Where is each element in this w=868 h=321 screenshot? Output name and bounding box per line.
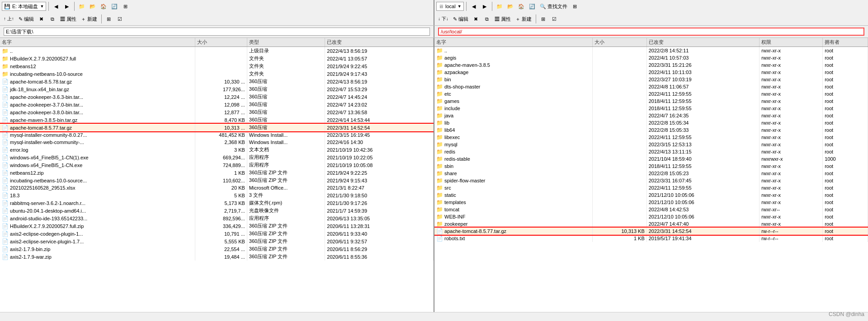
left-refresh-btn[interactable]: 🔄 — [109, 1, 119, 11]
left-table-row[interactable]: 📄 apache-tomcat-8.5.77.tar.gz 10,313 ...… — [0, 124, 434, 131]
right-props-btn[interactable]: ☰ 属性 — [493, 14, 513, 24]
right-drive-select[interactable]: 🖥 local ▼ — [436, 2, 464, 11]
right-table-row[interactable]: 📁 .. 2022/2/8 14:52:11 rwxr-xr-x root — [434, 47, 868, 55]
right-path-bar[interactable]: /usr/local/ — [438, 28, 864, 36]
right-file-list[interactable]: 名字 大小 已改变 权限 拥有者 📁 .. 2022/2/8 14:52:11 — [434, 38, 868, 312]
left-col-size[interactable]: 大小 — [195, 38, 247, 47]
left-table-row[interactable]: 📄 18.3 5 KB 3 文件 2021/1/30 9:18:50 — [0, 191, 434, 199]
left-table-row[interactable]: 📄 error.log 3 KB 文本文档 2021/10/19 10:42:3… — [0, 146, 434, 154]
right-table-row[interactable]: 📄 apache-tomcat-8.5.77.tar.gz 10,313 KB … — [434, 228, 868, 235]
left-props-btn[interactable]: ☰ 属性 — [58, 14, 78, 24]
right-refresh-btn[interactable]: 🔄 — [527, 1, 537, 11]
right-find-btn[interactable]: 🔍 查找文件 — [538, 1, 569, 11]
right-new-btn[interactable]: ＋ 新建 — [514, 14, 533, 24]
left-table-row[interactable]: 📁 netbeans12 文件夹 2021/9/24 9:22:45 — [0, 62, 434, 70]
left-table-row[interactable]: 📄 apache-tomcat-8.5.78.tar.gz 10,330 ...… — [0, 78, 434, 85]
right-download-btn[interactable]: ↓ 下↓ — [436, 14, 450, 24]
left-nav-forward-btn[interactable]: ▶ — [62, 1, 72, 11]
right-table-row[interactable]: 📁 games 2018/4/11 12:59:55 rwxr-xr-x roo… — [434, 98, 868, 105]
right-nav-back-btn[interactable]: ◀ — [469, 1, 479, 11]
left-table-row[interactable]: 📄 axis2-eclipse-service-plugin-1.7... 5,… — [0, 237, 434, 245]
right-table-row[interactable]: 📁 sbin 2018/4/11 12:59:55 rwxr-xr-x root — [434, 163, 868, 170]
right-table-row[interactable]: 📁 static 2021/12/10 10:05:06 rwxr-xr-x r… — [434, 191, 868, 199]
left-extra1-btn[interactable]: ⊞ — [104, 14, 114, 24]
left-edit-btn[interactable]: ✎ 编辑 — [17, 14, 36, 24]
left-file-list[interactable]: 名字 大小 类型 已改变 📁 .. 上级目录 2022/4/13 8:56:19 — [0, 38, 434, 312]
left-table-row[interactable]: 📄 20210225160528_29515.xlsx 20 KB Micros… — [0, 184, 434, 191]
right-col-name[interactable]: 名字 — [434, 38, 592, 47]
left-col-name[interactable]: 名字 — [0, 38, 195, 47]
right-table-row[interactable]: 📁 redis 2022/4/13 13:11:15 rwxr-xr-x roo… — [434, 148, 868, 155]
left-col-type[interactable]: 类型 — [247, 38, 325, 47]
left-nav-back-btn[interactable]: ◀ — [51, 1, 61, 11]
left-table-row[interactable]: 📄 windows-x64_FineBI5_1-CN.exe 724,889..… — [0, 161, 434, 169]
right-table-row[interactable]: 📄 robots.txt 1 KB 2019/5/17 19:41:34 rw-… — [434, 235, 868, 242]
right-table-row[interactable]: 📁 java 2022/4/7 16:24:35 rwxr-xr-x root — [434, 112, 868, 119]
left-table-row[interactable]: 📄 android-studio-ide-193.65142233... 892… — [0, 214, 434, 222]
right-col-perm[interactable]: 权限 — [760, 38, 823, 47]
right-more-btn[interactable]: ⊞ — [570, 1, 580, 11]
left-table-row[interactable]: 📄 incubating-netbeans-10.0-source... 110… — [0, 177, 434, 184]
right-table-row[interactable]: 📁 lib 2022/2/8 15:05:34 rwxr-xr-x root — [434, 119, 868, 126]
right-col-date[interactable]: 已改变 — [646, 38, 760, 47]
left-table-row[interactable]: 📄 HBuilderX.2.7.9.20200527.full.zip 336,… — [0, 222, 434, 230]
right-table-row[interactable]: 📁 azpackage 2022/4/11 10:11:03 rwxr-xr-x… — [434, 69, 868, 76]
left-table-row[interactable]: 📄 jdk-18_linux-x64_bin.tar.gz 177,926...… — [0, 85, 434, 93]
right-table-row[interactable]: 📁 zookeeper 2022/4/7 14:47:40 rwxr-xr-x … — [434, 220, 868, 228]
left-table-row[interactable]: 📁 .. 上级目录 2022/4/13 8:56:19 — [0, 47, 434, 55]
right-table-row[interactable]: 📁 libexec 2022/4/11 12:59:55 rwxr-xr-x r… — [434, 134, 868, 141]
right-table-row[interactable]: 📁 include 2018/4/11 12:59:55 rwxr-xr-x r… — [434, 105, 868, 112]
left-table-row[interactable]: 📁 HBuilderX.2.7.9.20200527.full 文件夹 2022… — [0, 55, 434, 62]
right-col-owner[interactable]: 拥有者 — [823, 38, 868, 47]
left-table-row[interactable]: 📄 axis2-eclipse-codegen-plugin-1... 10,7… — [0, 230, 434, 237]
right-extra2-btn[interactable]: ☑ — [549, 14, 559, 24]
left-table-row[interactable]: 📄 axis2-1.7.9-war.zip 19,484 ... 360压缩 Z… — [0, 253, 434, 261]
right-table-row[interactable]: 📁 share 2022/2/8 15:05:23 rwxr-xr-x root — [434, 170, 868, 177]
right-table-row[interactable]: 📁 lib64 2022/2/8 15:05:33 rwxr-xr-x root — [434, 126, 868, 134]
right-nav-forward-btn[interactable]: ▶ — [480, 1, 490, 11]
right-table-row[interactable]: 📁 tomcat 2022/4/8 14:42:53 rwxr-xr-- roo… — [434, 206, 868, 213]
left-table-row[interactable]: 📁 incubating-netbeans-10.0-source 文件夹 20… — [0, 70, 434, 78]
right-table-row[interactable]: 📁 dts-shop-master 2022/4/8 11:06:57 rwxr… — [434, 83, 868, 90]
left-upload-btn[interactable]: ↑ 上↑ — [2, 14, 16, 24]
left-delete-btn[interactable]: ✖ — [37, 14, 47, 24]
right-home-btn[interactable]: 🏠 — [516, 1, 526, 11]
right-table-row[interactable]: 📁 mysql 2022/3/15 12:53:13 rwxr-xr-x roo… — [434, 141, 868, 148]
left-col-date[interactable]: 已改变 — [325, 38, 434, 47]
right-table-row[interactable]: 📁 aegis 2022/4/1 10:57:03 rwxr-xr-x root — [434, 54, 868, 61]
left-table-row[interactable]: 📄 mysql-installer-community-8.0.27... 48… — [0, 131, 434, 139]
left-table-row[interactable]: 📄 netbeans12.zip 1 KB 360压缩 ZIP 文件 2021/… — [0, 169, 434, 177]
left-table-row[interactable]: 📄 apache-zookeeper-3.6.3-bin.tar... 12,2… — [0, 93, 434, 101]
left-copy-btn[interactable]: ⧉ — [47, 14, 57, 24]
right-extra1-btn[interactable]: ⊞ — [538, 14, 548, 24]
right-table-row[interactable]: 📁 etc 2022/4/11 12:59:55 rwxr-xr-x root — [434, 90, 868, 98]
left-table-row[interactable]: 📄 apache-maven-3.8.5-bin.tar.gz 8,470 KB… — [0, 116, 434, 124]
left-table-row[interactable]: 📄 mysql-installer-web-community-... 2,36… — [0, 139, 434, 146]
right-table-row[interactable]: 📁 spider-flow-master 2022/3/31 16:07:45 … — [434, 177, 868, 184]
left-table-row[interactable]: 📄 windows-x64_FineBI5_1-CN(1).exe 669,29… — [0, 154, 434, 161]
left-folder-btn2[interactable]: 📂 — [88, 1, 98, 11]
left-new-btn[interactable]: ＋ 新建 — [79, 14, 99, 24]
right-delete-btn[interactable]: ✖ — [471, 14, 481, 24]
right-folder-btn2[interactable]: 📂 — [505, 1, 515, 11]
right-table-row[interactable]: 📁 redis-stable 2021/10/4 18:59:40 rwxrwx… — [434, 155, 868, 163]
left-table-row[interactable]: 📄 apache-zookeeper-3.8.0-bin.tar... 12,8… — [0, 108, 434, 116]
right-col-size[interactable]: 大小 — [592, 38, 646, 47]
right-copy-btn[interactable]: ⧉ — [482, 14, 492, 24]
right-folder-btn1[interactable]: 📁 — [495, 1, 505, 11]
left-table-row[interactable]: 📄 apache-zookeeper-3.7.0-bin.tar... 12,0… — [0, 101, 434, 108]
left-table-row[interactable]: 📄 ubuntu-20.04.1-desktop-amd64.i... 2,71… — [0, 207, 434, 214]
right-edit-btn[interactable]: ✎ 编辑 — [451, 14, 470, 24]
left-home-btn[interactable]: 🏠 — [99, 1, 108, 11]
left-more-btn[interactable]: ⊞ — [120, 1, 130, 11]
right-table-row[interactable]: 📁 bin 2022/3/27 10:03:19 rwxr-xr-x root — [434, 76, 868, 83]
right-table-row[interactable]: 📁 templates 2021/12/10 10:05:06 rwxr-xr-… — [434, 199, 868, 206]
left-drive-select[interactable]: 💾 E: 本地磁盘 ▼ — [2, 2, 46, 11]
left-folder-btn1[interactable]: 📁 — [77, 1, 87, 11]
right-table-row[interactable]: 📁 apache-maven-3.8.5 2022/3/31 15:21:26 … — [434, 61, 868, 69]
left-extra2-btn[interactable]: ☑ — [115, 14, 125, 24]
left-table-row[interactable]: 📄 axis2-1.7.9-bin.zip 22,554 ... 360压缩 Z… — [0, 245, 434, 253]
right-table-row[interactable]: 📁 WEB-INF 2021/12/10 10:05:06 rwxr-xr-x … — [434, 213, 868, 220]
right-table-row[interactable]: 📁 src 2022/4/11 12:59:55 rwxr-xr-x root — [434, 184, 868, 191]
left-path-bar[interactable]: E:\迅雷下载\ — [4, 28, 430, 36]
